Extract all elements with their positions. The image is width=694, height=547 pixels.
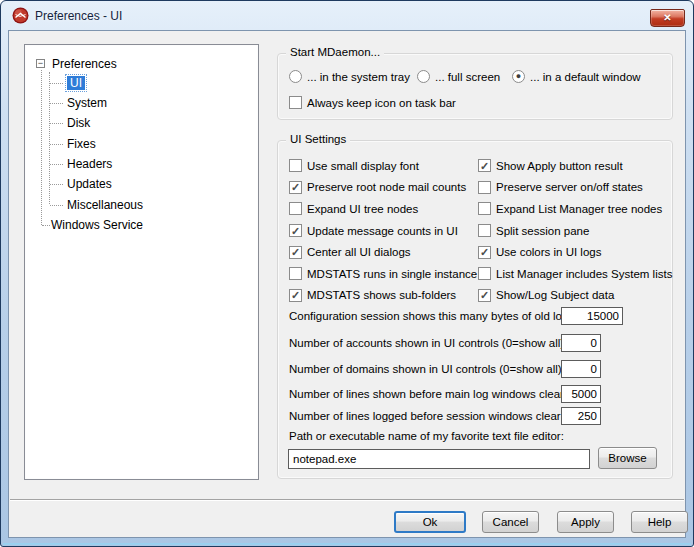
checkbox-checked-icon: ✓ <box>289 246 302 259</box>
checkbox-label: Split session pane <box>496 225 589 237</box>
accounts-shown-input[interactable] <box>561 334 601 352</box>
field-label: Number of accounts shown in UI controls … <box>289 334 564 352</box>
field-label: Number of lines logged before session wi… <box>289 407 561 425</box>
tree-item-label: Miscellaneous <box>67 198 143 212</box>
checkbox-preserve-server-states[interactable]: Preserve server on/off states <box>478 177 672 199</box>
browse-button[interactable]: Browse <box>598 447 657 469</box>
close-icon: ✕ <box>663 12 671 23</box>
checkbox-show-apply-button-result[interactable]: ✓ Show Apply button result <box>478 155 672 177</box>
tree-item-headers[interactable]: Headers <box>26 155 255 172</box>
ui-settings-group: UI Settings Use small display font ✓ Pre… <box>277 140 673 479</box>
window-title: Preferences - UI <box>35 9 122 23</box>
radio-start-in-system-tray[interactable]: ... in the system tray <box>289 70 410 83</box>
ui-settings-group-label: UI Settings <box>286 133 350 145</box>
footer-separator <box>10 499 684 500</box>
tree-item-label: Windows Service <box>51 218 143 232</box>
checkbox-list-manager-system-lists[interactable]: List Manager includes System lists <box>478 263 672 285</box>
radio-button-icon <box>289 70 302 83</box>
checkbox-icon <box>289 96 302 109</box>
checkbox-label: MDSTATS shows sub-folders <box>307 289 456 301</box>
close-button[interactable]: ✕ <box>650 9 685 27</box>
tree-item-system[interactable]: System <box>26 94 255 111</box>
preferences-dialog-window: Preferences - UI ✕ − Preferences UI Syst… <box>0 0 694 547</box>
tree-item-miscellaneous[interactable]: Miscellaneous <box>26 196 255 213</box>
checkbox-preserve-root-node-mail-counts[interactable]: ✓ Preserve root node mail counts <box>289 177 477 199</box>
tree-item-label: Headers <box>67 157 112 171</box>
text-editor-path-label: Path or executable name of my favorite t… <box>289 430 564 442</box>
checkbox-icon <box>289 159 302 172</box>
checkbox-use-colors-in-ui-logs[interactable]: ✓ Use colors in UI logs <box>478 241 672 263</box>
checkbox-checked-icon: ✓ <box>289 224 302 237</box>
apply-button[interactable]: Apply <box>557 511 614 533</box>
checkbox-label: Center all UI dialogs <box>307 246 411 258</box>
ok-button[interactable]: Ok <box>394 511 466 533</box>
radio-start-full-screen[interactable]: ... full screen <box>417 70 500 83</box>
mdaemon-logo-icon <box>12 7 29 24</box>
tree-item-label: Preferences <box>52 57 117 71</box>
tree-item-windows-service[interactable]: Windows Service <box>26 216 255 233</box>
field-label: Number of domains shown in UI controls (… <box>289 360 562 378</box>
preferences-tree-panel: − Preferences UI System Disk Fixes Heade… <box>24 44 259 480</box>
radio-button-selected-icon: ● <box>512 70 525 83</box>
checkbox-label: Expand List Manager tree nodes <box>496 203 662 215</box>
checkbox-show-log-subject-data[interactable]: ✓ Show/Log Subject data <box>478 285 672 307</box>
checkbox-label: List Manager includes System lists <box>496 268 672 280</box>
radio-label: ... in a default window <box>530 71 641 83</box>
field-row-session-log-lines: Number of lines logged before session wi… <box>278 407 672 425</box>
checkbox-label: Show/Log Subject data <box>496 289 614 301</box>
checkbox-expand-ui-tree-nodes[interactable]: Expand UI tree nodes <box>289 198 477 220</box>
checkbox-icon <box>478 202 491 215</box>
title-bar[interactable]: Preferences - UI ✕ <box>1 1 693 30</box>
tree-item-ui[interactable]: UI <box>26 74 255 91</box>
checkbox-center-all-ui-dialogs[interactable]: ✓ Center all UI dialogs <box>289 241 477 263</box>
session-log-lines-input[interactable] <box>561 407 601 425</box>
radio-label: ... full screen <box>435 71 500 83</box>
checkbox-always-keep-icon-taskbar[interactable]: Always keep icon on task bar <box>289 96 456 109</box>
ui-settings-checkbox-column-right: ✓ Show Apply button result Preserve serv… <box>478 155 672 306</box>
field-row-accounts-shown: Number of accounts shown in UI controls … <box>278 334 672 352</box>
domains-shown-input[interactable] <box>561 360 601 378</box>
checkbox-label: Always keep icon on task bar <box>307 97 456 109</box>
checkbox-use-small-display-font[interactable]: Use small display font <box>289 155 477 177</box>
start-mdaemon-group: Start MDaemon... ... in the system tray … <box>277 53 673 120</box>
tree-item-label: System <box>67 96 107 110</box>
checkbox-label: Preserve root node mail counts <box>307 181 466 193</box>
text-editor-path-input[interactable] <box>288 449 590 469</box>
checkbox-icon <box>478 181 491 194</box>
radio-start-default-window[interactable]: ● ... in a default window <box>512 70 641 83</box>
checkbox-label: Use small display font <box>307 160 419 172</box>
tree-item-disk[interactable]: Disk <box>26 114 255 131</box>
start-mdaemon-group-label: Start MDaemon... <box>286 46 384 58</box>
radio-button-icon <box>417 70 430 83</box>
checkbox-expand-list-manager-tree-nodes[interactable]: Expand List Manager tree nodes <box>478 198 672 220</box>
radio-label: ... in the system tray <box>307 71 410 83</box>
tree-item-updates[interactable]: Updates <box>26 175 255 192</box>
checkbox-checked-icon: ✓ <box>478 159 491 172</box>
checkbox-mdstats-single-instance[interactable]: MDSTATS runs in single instance <box>289 263 477 285</box>
checkbox-checked-icon: ✓ <box>478 289 491 302</box>
checkbox-update-message-counts[interactable]: ✓ Update message counts in UI <box>289 220 477 242</box>
checkbox-label: Preserve server on/off states <box>496 181 643 193</box>
field-row-main-log-lines: Number of lines shown before main log wi… <box>278 385 672 403</box>
checkbox-mdstats-shows-subfolders[interactable]: ✓ MDSTATS shows sub-folders <box>289 285 477 307</box>
tree-item-fixes[interactable]: Fixes <box>26 135 255 152</box>
checkbox-icon <box>478 224 491 237</box>
checkbox-icon <box>289 267 302 280</box>
tree-item-preferences[interactable]: − Preferences <box>26 55 255 72</box>
tree-collapse-icon[interactable]: − <box>36 59 45 68</box>
field-label: Number of lines shown before main log wi… <box>289 385 564 403</box>
config-session-bytes-input[interactable] <box>561 307 623 325</box>
cancel-button[interactable]: Cancel <box>482 511 539 533</box>
window-bottom-edge <box>3 543 691 545</box>
help-button[interactable]: Help <box>631 511 688 533</box>
dialog-client-area: − Preferences UI System Disk Fixes Heade… <box>8 30 686 538</box>
checkbox-label: Update message counts in UI <box>307 225 458 237</box>
tree-item-label: Disk <box>67 116 90 130</box>
checkbox-icon <box>478 267 491 280</box>
checkbox-label: Show Apply button result <box>496 160 623 172</box>
checkbox-split-session-pane[interactable]: Split session pane <box>478 220 672 242</box>
preferences-tree: − Preferences UI System Disk Fixes Heade… <box>26 46 257 478</box>
checkbox-checked-icon: ✓ <box>478 246 491 259</box>
main-log-lines-input[interactable] <box>561 385 601 403</box>
tree-item-label: Updates <box>67 177 112 191</box>
